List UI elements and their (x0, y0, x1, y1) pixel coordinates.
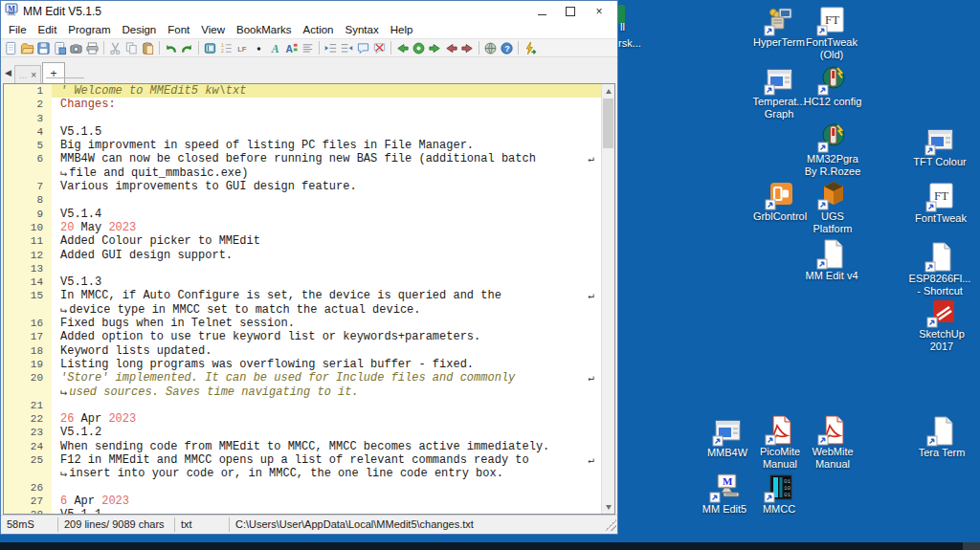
open-folder-icon[interactable] (19, 40, 35, 55)
line-text[interactable]: Changes: (52, 98, 602, 111)
line-text[interactable]: F12 in MMEdit and MMCC opens up a list o… (52, 453, 602, 467)
scroll-down-icon[interactable] (602, 500, 614, 514)
line-text[interactable]: 26 Apr 2023 (52, 412, 602, 426)
whitespace-dot-icon[interactable] (251, 40, 267, 55)
line-text[interactable] (52, 399, 602, 412)
minimize-button[interactable] (527, 2, 556, 20)
code-line[interactable]: 23V5.1.2 (4, 426, 602, 439)
line-text[interactable] (52, 112, 602, 125)
code-line[interactable]: 24When sending code from MMEdit to MMCC,… (4, 440, 602, 453)
code-line[interactable]: 12Added GUI design support. (4, 249, 602, 262)
help-icon[interactable]: ? (499, 40, 515, 55)
menu-edit[interactable]: Edit (33, 24, 63, 35)
code-line[interactable]: 2226 Apr 2023 (4, 412, 602, 426)
clipped-desktop-icon[interactable]: ll rsk... (618, 0, 657, 67)
tab-add-button[interactable]: + (42, 62, 65, 83)
line-text[interactable]: V5.1.2 (52, 426, 602, 439)
menu-help[interactable]: Help (385, 24, 419, 35)
scrollbar-thumb[interactable] (603, 99, 613, 148)
line-text[interactable]: 20 May 2023 (52, 221, 602, 234)
desktop-icon-fonttweak[interactable]: FTFontTweak (903, 182, 978, 225)
code-line[interactable]: 20'Store' implemented. It can be used fo… (4, 371, 602, 385)
line-text[interactable]: ↵file and quit_mmbasic.exe) (52, 166, 602, 180)
code-line[interactable]: 8 (4, 193, 602, 207)
code-line[interactable]: 17Added option to use true keyword list … (4, 330, 602, 343)
outline-list-icon[interactable] (300, 40, 316, 55)
desktop-icon-mmcc[interactable]: 011001MMCC (742, 473, 816, 516)
save-copy-icon[interactable] (52, 40, 68, 55)
cut-icon[interactable] (107, 40, 123, 55)
menu-program[interactable]: Program (62, 24, 116, 35)
code-line[interactable]: 19Listing long programs was overflowing … (4, 358, 602, 371)
web-update-icon[interactable] (482, 40, 499, 55)
desktop-icon-tft-colour[interactable]: TFT Colour (902, 125, 977, 168)
code-line[interactable]: ↵insert into your code or, in MMCC, the … (4, 467, 602, 480)
undo-icon[interactable] (163, 40, 179, 55)
nav-target-icon[interactable] (411, 40, 427, 55)
menu-action[interactable]: Action (298, 24, 340, 35)
menu-file[interactable]: File (3, 24, 33, 35)
desktop-icon-esp8266fl-shortcut[interactable]: ESP8266Fl...- Shortcut (902, 242, 977, 297)
line-text[interactable]: Various improvements to GUI design featu… (52, 180, 602, 193)
code-line[interactable]: 11Added Colour picker to MMEdit (4, 234, 602, 248)
line-text[interactable]: Added Colour picker to MMEdit (52, 234, 602, 248)
desktop-icon-ugs-platform[interactable]: UGSPlatform (795, 180, 870, 235)
syntax-colour-icon[interactable]: A (283, 40, 300, 55)
editor-text-area[interactable]: 1' Welcome to MMEdit5 kw\txt2Changes:34V… (4, 84, 602, 514)
line-text[interactable]: Fixed bugs when in Telnet session. (52, 317, 602, 330)
indent-increase-icon[interactable] (339, 40, 355, 55)
code-line[interactable]: 5Big improvment in speed of listing PC f… (4, 139, 602, 152)
code-line[interactable]: 14V5.1.3 (4, 275, 602, 289)
menu-syntax[interactable]: Syntax (340, 24, 385, 35)
code-line[interactable]: 28V5.1.1 (4, 508, 602, 514)
line-text[interactable]: ↵device type in MMCC set to match the ac… (52, 303, 602, 317)
desktop-icon-mm-edit-v4[interactable]: MM Edit v4 (794, 239, 869, 282)
title-bar[interactable]: M MM Edit V5.1.5 × (1, 1, 617, 21)
comment-add-icon[interactable] (355, 40, 371, 55)
desktop-icon-mm32pgra-by-r-rozee[interactable]: MM32PgraBy R.Rozee (795, 122, 870, 178)
code-line[interactable]: 276 Apr 2023 (4, 495, 602, 508)
line-text[interactable]: ↵used sources. Saves time navigating to … (52, 385, 602, 399)
line-text[interactable]: 'Store' implemented. It can be used for … (52, 371, 602, 385)
find-book-icon[interactable] (202, 40, 218, 55)
nav-forward-red-icon[interactable] (459, 40, 476, 55)
desktop-icon-webmite-manual[interactable]: WebMiteManual (795, 415, 870, 471)
line-text[interactable]: V5.1.1 (52, 508, 602, 514)
code-line[interactable]: ↵used sources. Saves time navigating to … (4, 385, 602, 399)
close-button[interactable]: × (585, 2, 613, 20)
line-text[interactable]: 6 Apr 2023 (52, 495, 602, 508)
code-line[interactable]: ↵file and quit_mmbasic.exe) (4, 166, 602, 180)
taskbar-strip[interactable] (0, 542, 980, 550)
code-line[interactable]: 25F12 in MMEdit and MMCC opens up a list… (4, 453, 602, 467)
desktop-icon-tera-term[interactable]: Tera Term (904, 416, 979, 459)
line-text[interactable] (52, 193, 602, 207)
menu-design[interactable]: Design (116, 24, 162, 35)
code-line[interactable]: 6MMB4W can now be closed before running … (4, 152, 602, 165)
editor[interactable]: 1' Welcome to MMEdit5 kw\txt2Changes:34V… (3, 83, 615, 515)
line-text[interactable]: Added option to use true keyword list or… (52, 330, 602, 343)
line-text[interactable]: When sending code from MMEdit to MMCC, M… (52, 440, 602, 453)
copy-icon[interactable] (123, 40, 140, 55)
code-line[interactable]: 1' Welcome to MMEdit5 kw\txt (4, 84, 602, 98)
line-text[interactable] (52, 481, 602, 495)
desktop-icon-fonttweak-old[interactable]: FTFontTweak(Old) (794, 6, 869, 61)
save-icon[interactable] (35, 40, 52, 55)
maximize-button[interactable] (556, 2, 585, 20)
nav-forward-green-icon[interactable] (427, 40, 443, 55)
line-text[interactable]: ' Welcome to MMEdit5 kw\txt (52, 84, 602, 98)
code-line[interactable]: 2Changes: (4, 98, 602, 111)
line-text[interactable] (52, 262, 602, 275)
lf-mode-icon[interactable]: LF (234, 40, 251, 55)
nav-back-green-icon[interactable] (394, 40, 411, 55)
run-lightning-icon[interactable] (522, 40, 538, 55)
code-line[interactable]: ↵device type in MMCC set to match the ac… (4, 303, 602, 317)
menu-view[interactable]: View (195, 24, 231, 35)
new-file-icon[interactable] (3, 40, 19, 55)
code-line[interactable]: 15In MMCC, if Auto Configure is set, the… (4, 289, 602, 302)
code-line[interactable]: 13 (4, 262, 602, 275)
line-text[interactable]: V5.1.4 (52, 208, 602, 221)
print-icon[interactable] (84, 40, 100, 55)
code-line[interactable]: 3 (4, 112, 602, 125)
snapshot-camera-icon[interactable] (68, 40, 84, 55)
code-line[interactable]: 4V5.1.5 (4, 125, 602, 139)
